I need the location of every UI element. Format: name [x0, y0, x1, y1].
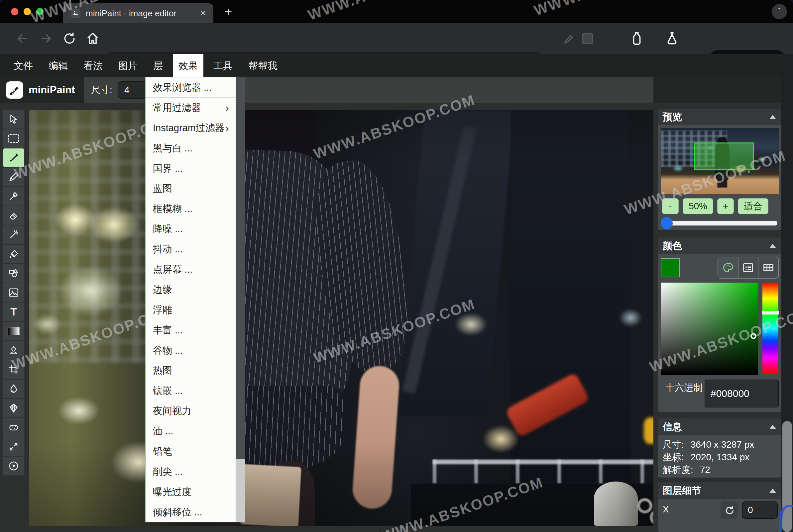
effects-menu-item[interactable]: 削尖 ... ›	[146, 461, 236, 482]
menu-item[interactable]: 文件	[8, 54, 39, 77]
back-icon[interactable]	[15, 31, 30, 46]
color-tab-grid[interactable]	[758, 258, 778, 278]
current-color-swatch[interactable]	[661, 258, 680, 277]
zoom-slider-thumb[interactable]	[661, 217, 673, 229]
tool-blur[interactable]	[3, 380, 24, 398]
photo-vignette	[29, 110, 653, 526]
zoom-slider[interactable]	[662, 221, 777, 226]
zoom-in-button[interactable]: +	[717, 198, 734, 214]
menu-item[interactable]: 层	[148, 54, 168, 77]
effects-menu-item[interactable]: 谷物 ... ›	[146, 340, 236, 361]
effects-menu-item[interactable]: 铅笔 ›	[146, 441, 236, 461]
page-scrollbar[interactable]	[781, 54, 793, 532]
effects-menu-item[interactable]: 曝光过度 ›	[146, 482, 236, 502]
layer-x-label: X	[663, 504, 669, 515]
hex-color-row: 十六进制	[661, 380, 779, 407]
info-row: 坐标:2020, 1334 px	[663, 451, 754, 463]
effects-menu-list: 效果浏览器 ... › 常用过滤器 › Instagram过滤器 ›	[145, 77, 236, 522]
tool-sponge[interactable]	[3, 418, 24, 437]
effects-menu-item[interactable]: 黑与白 ... ›	[146, 138, 236, 158]
size-label: 尺寸:	[91, 77, 112, 102]
layer-panel-header[interactable]: 图层细节	[658, 482, 781, 499]
info-row: 尺寸:3640 x 3287 px	[663, 438, 754, 451]
tool-text[interactable]: T	[3, 303, 24, 321]
tool-image[interactable]	[3, 283, 24, 302]
effects-menu-item[interactable]: 浮雕 ›	[146, 300, 236, 320]
tab-search-chevron-icon[interactable]: ˇ	[772, 4, 787, 19]
effects-menu-item[interactable]: 镶嵌 ... ›	[146, 381, 236, 401]
collapse-icon[interactable]	[769, 115, 776, 119]
effects-menu-item[interactable]: 效果浏览器 ... ›	[146, 77, 236, 98]
collapse-icon[interactable]	[769, 425, 776, 429]
tool-selection[interactable]	[3, 129, 24, 148]
submenu-arrow-icon: ›	[225, 118, 229, 138]
color-tab-picker[interactable]	[718, 258, 738, 278]
tool-gradient[interactable]	[3, 322, 24, 340]
color-title: 颜色	[663, 238, 682, 254]
forward-icon[interactable]	[39, 31, 54, 46]
effects-menu-item[interactable]: 边缘 ›	[146, 280, 236, 300]
preview-title: 预览	[663, 109, 682, 125]
info-panel-header[interactable]: 信息	[658, 418, 781, 435]
effects-menu-item[interactable]: 国界 ... ›	[146, 158, 236, 179]
app-toolbar: miniPaint 尺寸:	[0, 77, 793, 102]
tool-resize[interactable]	[3, 437, 24, 456]
effects-menu-item[interactable]: 丰富 ... ›	[146, 320, 236, 340]
effects-menu-item[interactable]: 点屏幕 ... ›	[146, 259, 236, 280]
effects-menu-item[interactable]: 框模糊 ... ›	[146, 198, 236, 219]
color-panel-header[interactable]: 颜色	[658, 238, 781, 254]
tool-magic-wand[interactable]	[3, 226, 24, 244]
browser-toolbar: ps.ittools.cc ☆ Finish update ⋮	[0, 23, 793, 54]
menu-item[interactable]: 效果	[173, 54, 203, 77]
effects-menu-item[interactable]: 蓝图 ›	[146, 178, 236, 198]
tool-eraser[interactable]	[3, 206, 24, 225]
info-rows: 尺寸:3640 x 3287 px 坐标:2020, 1334 px 解析度:7…	[663, 438, 754, 476]
effects-dropdown: 效果浏览器 ... › 常用过滤器 › Instagram过滤器 ›	[145, 77, 245, 522]
color-tab-list[interactable]	[738, 258, 759, 278]
labs-flask-icon[interactable]	[665, 31, 679, 46]
home-icon[interactable]	[86, 31, 100, 46]
selection-rect-icon	[8, 134, 19, 143]
zoom-value[interactable]: 50%	[683, 198, 713, 214]
bottle-extension-icon[interactable]	[629, 31, 644, 46]
hue-marker[interactable]	[762, 311, 779, 315]
effects-menu-item[interactable]: 倾斜移位 ... ›	[146, 502, 236, 522]
tab-close-icon[interactable]: ×	[200, 3, 206, 23]
tab-title: miniPaint - image editor	[86, 3, 177, 23]
tool-shapes[interactable]	[3, 264, 24, 283]
tool-select[interactable]	[3, 110, 24, 129]
browser-window: miniPaint - image editor × + ˇ ps.ittool…	[0, 0, 793, 532]
screenshot-root: miniPaint - image editor × + ˇ ps.ittool…	[0, 0, 793, 532]
preview-panel-header[interactable]: 预览	[658, 109, 781, 125]
menu-item[interactable]: 图片	[113, 54, 143, 77]
collapse-icon[interactable]	[769, 489, 776, 493]
menu-item[interactable]: 帮帮我	[243, 54, 283, 77]
zoom-fit-button[interactable]: 适合	[738, 198, 769, 214]
effects-menu-item[interactable]: 油 ... ›	[146, 421, 236, 441]
new-tab-button[interactable]: +	[220, 3, 237, 21]
menu-item[interactable]: 工具	[208, 54, 238, 77]
effects-menu-item[interactable]: 夜间视力 ›	[146, 401, 236, 421]
reload-icon[interactable]	[62, 31, 77, 46]
image-canvas[interactable]	[29, 110, 653, 526]
effects-menu-item[interactable]: 降噪 ... ›	[146, 219, 236, 239]
reset-x-button[interactable]	[721, 501, 738, 519]
tool-animation[interactable]	[3, 457, 24, 475]
brand-title: miniPaint	[29, 77, 75, 102]
dropdown-scrollbar-thumb[interactable]	[236, 77, 245, 459]
menu-item[interactable]: 看法	[78, 54, 108, 77]
effects-menu-item[interactable]: 常用过滤器 ›	[146, 98, 236, 118]
effects-menu-item[interactable]: 抖动 ... ›	[146, 239, 236, 259]
tool-eyedropper[interactable]	[3, 187, 24, 206]
hex-input[interactable]	[705, 380, 779, 407]
effects-menu-item[interactable]: 热图 ›	[146, 360, 236, 381]
menu-item[interactable]: 编辑	[43, 54, 73, 77]
collapse-icon[interactable]	[769, 244, 776, 248]
layer-x-input[interactable]	[742, 501, 778, 519]
gradient-icon	[8, 327, 20, 335]
macos-close-button[interactable]	[11, 8, 18, 15]
tool-fill[interactable]	[3, 245, 24, 263]
tool-sharpen[interactable]	[3, 399, 24, 417]
dropdown-scrollbar[interactable]	[236, 77, 245, 522]
effects-menu-item[interactable]: Instagram过滤器 ›	[146, 118, 236, 138]
